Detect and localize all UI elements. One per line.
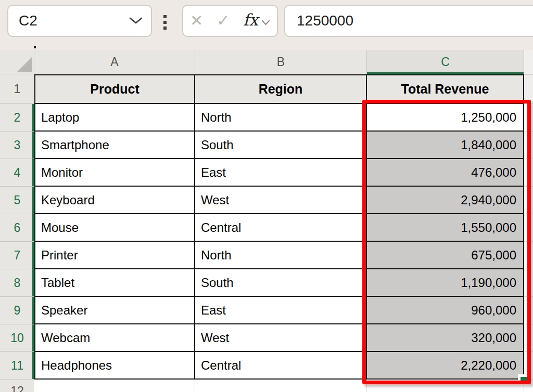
formula-bar-drag-handle-icon[interactable]: [163, 15, 167, 30]
cell-d-sliver: [524, 297, 533, 324]
cell-b12[interactable]: [195, 380, 367, 392]
cell-b9[interactable]: East: [195, 297, 367, 324]
cell-c9[interactable]: 960,000: [367, 297, 524, 324]
row-header-4[interactable]: 4: [0, 159, 34, 187]
fx-chevron-down-icon[interactable]: [261, 20, 270, 26]
cell-c10[interactable]: 320,000: [367, 324, 524, 352]
cell-a1[interactable]: Product: [34, 74, 195, 104]
col-header-a[interactable]: A: [34, 50, 195, 74]
cell-d-sliver: [524, 104, 533, 132]
cell-a7[interactable]: Printer: [34, 242, 195, 269]
cell-a9[interactable]: Speaker: [34, 297, 195, 324]
cell-b4[interactable]: East: [195, 159, 367, 187]
cell-b5[interactable]: West: [195, 187, 367, 214]
cell-a5[interactable]: Keyboard: [34, 187, 195, 214]
name-box-value: C2: [19, 12, 37, 29]
col-header-b[interactable]: B: [195, 50, 367, 74]
cell-a12[interactable]: [34, 380, 195, 392]
cell-d1-sliver[interactable]: [524, 74, 533, 104]
cell-d-sliver: [524, 242, 533, 269]
formula-input[interactable]: 1250000: [284, 5, 533, 37]
row-header-12[interactable]: 12: [0, 380, 34, 392]
cell-c6[interactable]: 1,550,000: [367, 214, 524, 242]
select-all-corner[interactable]: [0, 50, 34, 74]
cell-c7[interactable]: 675,000: [367, 242, 524, 269]
row-header-3[interactable]: 3: [0, 132, 34, 159]
cell-a10[interactable]: Webcam: [34, 324, 195, 352]
row-header-1[interactable]: 1: [0, 74, 34, 104]
spreadsheet-grid: A B C 1 Product Region Total Revenue 2 L…: [0, 50, 533, 392]
cell-b8[interactable]: South: [195, 269, 367, 297]
row-header-6[interactable]: 6: [0, 214, 34, 242]
cell-a11[interactable]: Headphones: [34, 352, 195, 380]
row-header-10[interactable]: 10: [0, 324, 34, 352]
cell-b3[interactable]: South: [195, 132, 367, 159]
fill-handle[interactable]: [521, 377, 527, 384]
cell-d-sliver: [524, 187, 533, 214]
row-header-2[interactable]: 2: [0, 104, 34, 132]
row-header-11[interactable]: 11: [0, 352, 34, 380]
cell-c12[interactable]: [367, 380, 524, 392]
cell-d-sliver: [524, 214, 533, 242]
formula-value: 1250000: [297, 12, 353, 29]
cell-d-sliver: [524, 132, 533, 159]
cell-c3[interactable]: 1,840,000: [367, 132, 524, 159]
cursor-dot-artifact: [34, 46, 36, 48]
cell-b10[interactable]: West: [195, 324, 367, 352]
col-header-d-sliver[interactable]: [524, 50, 533, 74]
insert-function-icon[interactable]: fx: [243, 12, 258, 30]
cell-c2[interactable]: 1,250,000: [367, 104, 524, 132]
cell-d-sliver: [524, 159, 533, 187]
formula-bar-toolbar: C2 ✕ ✓ fx 1250000: [0, 0, 533, 50]
cell-a3[interactable]: Smartphone: [34, 132, 195, 159]
cell-d-sliver: [524, 324, 533, 352]
col-header-c[interactable]: C: [367, 50, 524, 74]
cell-a4[interactable]: Monitor: [34, 159, 195, 187]
cell-d-sliver: [524, 269, 533, 297]
cell-c5[interactable]: 2,940,000: [367, 187, 524, 214]
row-header-8[interactable]: 8: [0, 269, 34, 297]
name-box[interactable]: C2: [7, 5, 152, 37]
cell-b2[interactable]: North: [195, 104, 367, 132]
select-all-triangle-icon: [17, 57, 32, 72]
enter-icon[interactable]: ✓: [217, 13, 230, 29]
row-header-7[interactable]: 7: [0, 242, 34, 269]
cancel-icon[interactable]: ✕: [190, 13, 203, 29]
cell-a6[interactable]: Mouse: [34, 214, 195, 242]
row-header-9[interactable]: 9: [0, 297, 34, 324]
formula-controls: ✕ ✓ fx: [182, 5, 278, 37]
row-header-5[interactable]: 5: [0, 187, 34, 214]
cell-b11[interactable]: Central: [195, 352, 367, 380]
excel-window: C2 ✕ ✓ fx 1250000 A: [0, 0, 533, 392]
cell-b7[interactable]: North: [195, 242, 367, 269]
cell-a8[interactable]: Tablet: [34, 269, 195, 297]
cell-c8[interactable]: 1,190,000: [367, 269, 524, 297]
cell-b1[interactable]: Region: [195, 74, 367, 104]
cell-c1[interactable]: Total Revenue: [367, 74, 524, 104]
chevron-down-icon[interactable]: [129, 17, 143, 24]
cell-b6[interactable]: Central: [195, 214, 367, 242]
cell-a2[interactable]: Laptop: [34, 104, 195, 132]
cell-c4[interactable]: 476,000: [367, 159, 524, 187]
cell-c11[interactable]: 2,220,000: [367, 352, 524, 380]
